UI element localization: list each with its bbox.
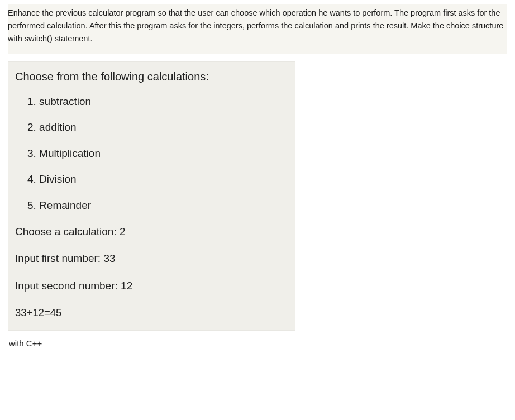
list-item: 3. Multiplication bbox=[27, 146, 288, 161]
operation-list: 1. subtraction 2. addition 3. Multiplica… bbox=[15, 94, 288, 213]
list-item: 5. Remainder bbox=[27, 198, 288, 213]
problem-statement: Enhance the previous calculator program … bbox=[8, 4, 507, 54]
language-note: with C++ bbox=[8, 338, 507, 348]
list-item: 1. subtraction bbox=[27, 94, 288, 109]
console-output: Choose from the following calculations: … bbox=[8, 61, 295, 331]
list-item: 4. Division bbox=[27, 172, 288, 187]
choose-prompt: Choose a calculation: 2 bbox=[15, 225, 288, 240]
second-number-prompt: Input second number: 12 bbox=[15, 279, 288, 294]
problem-text: Enhance the previous calculator program … bbox=[8, 8, 503, 43]
list-item: 2. addition bbox=[27, 120, 288, 135]
console-heading: Choose from the following calculations: bbox=[15, 69, 288, 84]
first-number-prompt: Input first number: 33 bbox=[15, 251, 288, 266]
calculation-result: 33+12=45 bbox=[15, 306, 288, 320]
